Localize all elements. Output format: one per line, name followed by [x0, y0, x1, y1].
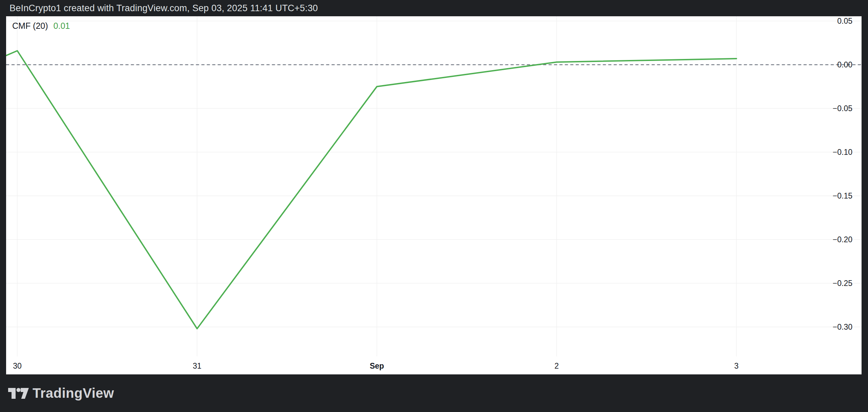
- time-axis-label: 30: [13, 362, 22, 371]
- attribution-bar: BeInCrypto1 created with TradingView.com…: [0, 0, 868, 16]
- brand-bar: TradingView: [0, 374, 868, 412]
- price-axis-label: 0.00: [837, 60, 852, 69]
- time-axis-label: 31: [193, 362, 201, 371]
- price-axis-label: −0.15: [833, 191, 852, 201]
- time-axis-label: Sep: [370, 362, 384, 371]
- time-axis-label: 3: [734, 362, 739, 371]
- time-axis-label: 2: [554, 362, 559, 371]
- price-axis-label: 0.05: [837, 17, 852, 26]
- indicator-value: 0.01: [54, 20, 70, 31]
- indicator-pane[interactable]: CMF (20) 0.01 0.050.00−0.05−0.10−0.15−0.…: [6, 16, 862, 374]
- cmf-series-line[interactable]: [6, 51, 736, 329]
- price-axis-label: −0.10: [833, 148, 852, 157]
- price-axis-label: −0.20: [833, 235, 852, 244]
- tradingview-logo-text: TradingView: [33, 386, 114, 401]
- indicator-name: CMF (20): [12, 20, 48, 31]
- price-axis-label: −0.25: [833, 279, 852, 288]
- price-axis-label: −0.30: [833, 323, 852, 332]
- attribution-text: BeInCrypto1 created with TradingView.com…: [9, 3, 318, 14]
- price-axis-label: −0.05: [833, 104, 852, 113]
- tradingview-logo-icon: [8, 388, 29, 399]
- cmf-chart[interactable]: [6, 16, 862, 374]
- indicator-legend[interactable]: CMF (20) 0.01: [12, 20, 70, 31]
